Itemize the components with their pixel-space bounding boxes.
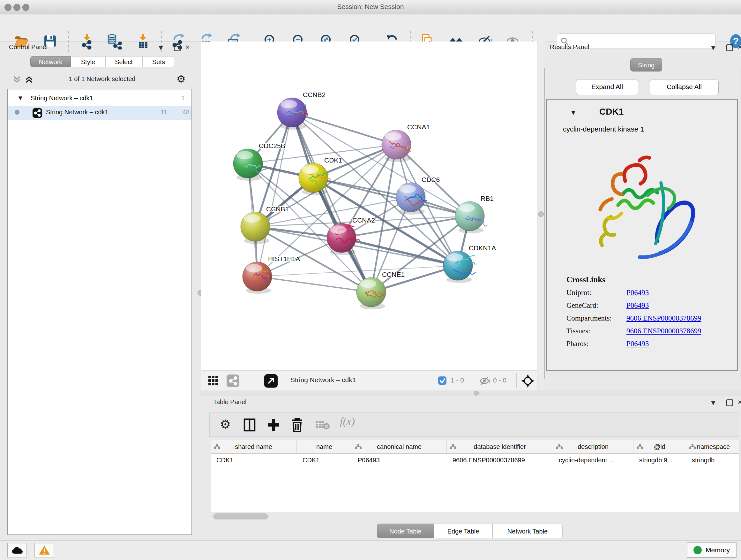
collapse-all-networks-icon[interactable]: [12, 75, 22, 84]
column-type-icon: [450, 443, 456, 450]
network-edge: [341, 238, 458, 266]
network-options-gear-icon[interactable]: ⚙: [177, 73, 186, 85]
collapse-all-button[interactable]: Collapse All: [650, 79, 719, 95]
results-panel-collapse-icon[interactable]: ▼: [711, 44, 716, 51]
control-panel-collapse-icon[interactable]: ▼: [158, 44, 163, 51]
network-collection-row[interactable]: ▼ String Network – cdk1 1: [8, 92, 192, 106]
network-edge-count: 48: [171, 109, 190, 116]
table-options-gear-icon[interactable]: ⚙: [220, 417, 231, 431]
toolbar-separator: [516, 373, 517, 388]
control-panel-float-icon[interactable]: [174, 44, 181, 51]
results-panel-close-icon[interactable]: ✕: [738, 44, 741, 51]
warning-icon: [39, 545, 50, 555]
crosslink-label: Compartments:: [566, 314, 626, 322]
network-node-label: CCNA2: [352, 216, 375, 224]
crosslink-link[interactable]: P06493: [626, 301, 649, 309]
main-toolbar: ?: [0, 14, 741, 42]
column-header--id[interactable]: @id: [633, 440, 686, 453]
collection-count: 1: [165, 95, 185, 102]
table-panel-float-icon[interactable]: [726, 399, 733, 406]
table-cell[interactable]: CDK1: [297, 453, 352, 467]
results-panel-float-icon[interactable]: [726, 44, 733, 51]
table-cell[interactable]: cyclin-dependent ...: [553, 453, 633, 467]
crosslink-row: Compartments:9606.ENSP00000378699: [566, 314, 701, 322]
network-node-count: 11: [148, 109, 167, 116]
tab-network[interactable]: Network: [30, 56, 71, 67]
network-row-selected[interactable]: String Network – cdk1 11 48: [8, 106, 192, 120]
crosslink-row: Tissues:9606.ENSP00000378699: [566, 327, 701, 335]
grid-view-icon[interactable]: [208, 375, 219, 386]
crosslink-link[interactable]: 9606.ENSP00000378699: [626, 314, 701, 322]
warnings-button[interactable]: [35, 543, 54, 557]
node-description: cyclin-dependent kinase 1: [563, 125, 644, 133]
node-table[interactable]: shared namenamecanonical namedatabase id…: [211, 440, 739, 512]
memory-status-dot-icon: [693, 546, 702, 554]
crosslink-link[interactable]: P06493: [626, 340, 649, 348]
tab-edge-table[interactable]: Edge Table: [434, 523, 492, 538]
bottom-split-bar[interactable]: [201, 390, 741, 396]
network-node-label: CCNB1: [266, 205, 289, 212]
table-horizontal-scrollbar[interactable]: [213, 513, 268, 519]
add-column-icon[interactable]: [266, 418, 280, 432]
network-view-title: String Network – cdk1: [290, 376, 356, 384]
tab-string[interactable]: String: [630, 58, 662, 71]
toolbar-separator: [249, 373, 249, 388]
crosslink-label: Pharos:: [566, 340, 626, 348]
column-header-shared-name[interactable]: shared name: [211, 440, 297, 453]
tab-select[interactable]: Select: [105, 56, 142, 67]
table-panel-close-icon[interactable]: ✕: [738, 399, 741, 406]
column-header-canonical-name[interactable]: canonical name: [352, 440, 447, 453]
network-share-icon[interactable]: [226, 374, 239, 387]
hidden-count: 0 - 0: [493, 376, 507, 384]
results-panel-title: Results Panel: [550, 44, 589, 51]
crosslink-link[interactable]: 9606.ENSP00000378699: [626, 327, 701, 335]
column-header-name[interactable]: name: [297, 440, 352, 453]
tab-style[interactable]: Style: [71, 56, 105, 67]
table-cell[interactable]: CDK1: [211, 453, 297, 467]
delete-column-icon[interactable]: [290, 417, 304, 432]
window-titlebar: Session: New Session: [0, 0, 741, 14]
table-header-row: shared namenamecanonical namedatabase id…: [211, 440, 739, 454]
network-selection-status: 1 of 1 Network selected: [38, 75, 166, 83]
network-name: String Network – cdk1: [46, 109, 109, 116]
crosslink-row: Pharos:P06493: [566, 340, 701, 348]
right-split-handle[interactable]: [538, 211, 544, 217]
node-expander-icon[interactable]: ▼: [571, 109, 576, 116]
column-header-description[interactable]: description: [553, 440, 633, 453]
show-columns-icon[interactable]: [243, 418, 257, 432]
import-network-icon: [78, 33, 95, 50]
delete-table-icon: [315, 420, 330, 431]
control-panel-close-icon[interactable]: ✕: [185, 44, 190, 51]
column-type-icon: [556, 443, 562, 450]
collection-name: String Network – cdk1: [30, 95, 93, 102]
import-table-file-button[interactable]: [135, 33, 152, 51]
open-in-window-icon[interactable]: [264, 374, 278, 388]
crosslink-link[interactable]: P06493: [626, 289, 649, 297]
bottom-split-handle[interactable]: [474, 391, 479, 395]
expand-all-networks-icon[interactable]: [24, 75, 34, 84]
import-network-file-button[interactable]: [78, 33, 96, 51]
collection-expander-icon[interactable]: ▼: [18, 95, 22, 101]
table-cell[interactable]: P06493: [352, 453, 447, 467]
column-header-database-identifier[interactable]: database identifier: [447, 440, 553, 453]
network-node-label: CCNA1: [407, 123, 430, 131]
cloud-status-button[interactable]: [7, 543, 27, 557]
toolbar-separator: [68, 31, 69, 52]
memory-button[interactable]: Memory: [687, 543, 737, 558]
network-canvas[interactable]: CCNB2CCNA1CDC25BCDK1CDC6RB1CCNB1CCNA2CDK…: [201, 42, 537, 370]
selected-checkbox-icon[interactable]: [438, 376, 447, 385]
table-cell[interactable]: stringdb: [686, 453, 739, 467]
table-cell[interactable]: stringdb:9...: [633, 453, 686, 467]
network-node-label: CDK1: [324, 157, 342, 164]
table-cell[interactable]: 9606.ENSP00000378699: [447, 453, 553, 467]
table-row[interactable]: CDK1CDK1P064939606.ENSP00000378699cyclin…: [211, 453, 739, 467]
tab-sets[interactable]: Sets: [142, 56, 175, 67]
tab-node-table[interactable]: Node Table: [377, 523, 434, 538]
table-panel-collapse-icon[interactable]: ▼: [711, 399, 716, 406]
column-type-icon: [636, 443, 643, 450]
crosshair-icon[interactable]: [521, 374, 535, 388]
expand-all-button[interactable]: Expand All: [576, 79, 638, 95]
column-header-namespace[interactable]: namespace: [686, 440, 739, 453]
tab-network-table[interactable]: Network Table: [492, 523, 562, 538]
import-network-database-button[interactable]: [106, 33, 124, 51]
